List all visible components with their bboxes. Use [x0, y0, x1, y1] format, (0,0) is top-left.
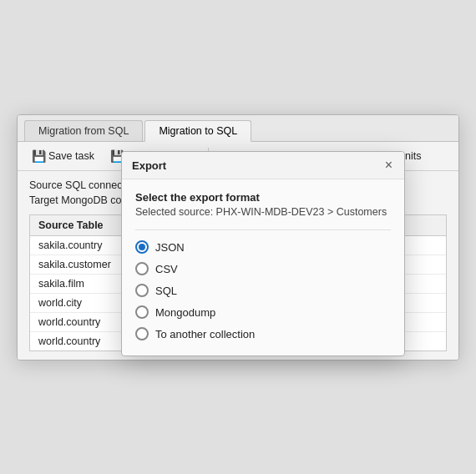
dialog-close-button[interactable]: × [383, 159, 394, 172]
radio-circle-csv [135, 262, 149, 275]
radio-circle-json [135, 240, 149, 254]
dialog-header: Export × [122, 152, 404, 179]
export-dialog: Export × Select the export format Select… [121, 151, 405, 356]
radio-option-csv[interactable]: CSV [135, 262, 391, 275]
radio-circle-another-collection [135, 327, 149, 340]
radio-circle-sql [135, 284, 149, 297]
radio-option-mongodump[interactable]: Mongodump [135, 305, 391, 319]
dialog-section-label: Select the export format [135, 191, 391, 204]
radio-circle-mongodump [135, 305, 149, 319]
radio-label-csv: CSV [155, 263, 178, 275]
export-format-group: JSONCSVSQLMongodumpTo another collection [135, 240, 391, 340]
radio-label-json: JSON [155, 241, 185, 254]
radio-label-another-collection: To another collection [155, 328, 255, 340]
dialog-selected-source: Selected source: PHX-WIN-MDB-DEV23 > Cus… [135, 206, 391, 218]
save-icon: 💾 [32, 149, 45, 163]
radio-option-sql[interactable]: SQL [135, 284, 391, 297]
dialog-title: Export [132, 159, 166, 172]
radio-label-sql: SQL [155, 285, 177, 297]
save-task-button[interactable]: 💾 Save task [24, 146, 102, 166]
tab-bar: Migration from SQL Migration to SQL [18, 115, 458, 142]
radio-label-mongodump: Mongodump [155, 306, 215, 319]
dialog-divider [135, 229, 391, 230]
tab-to-sql[interactable]: Migration to SQL [144, 120, 251, 142]
dialog-body: Select the export format Selected source… [122, 179, 404, 356]
tab-from-sql[interactable]: Migration from SQL [24, 120, 143, 141]
radio-option-another-collection[interactable]: To another collection [135, 327, 391, 340]
radio-dot-json [139, 244, 145, 250]
radio-option-json[interactable]: JSON [135, 240, 391, 254]
